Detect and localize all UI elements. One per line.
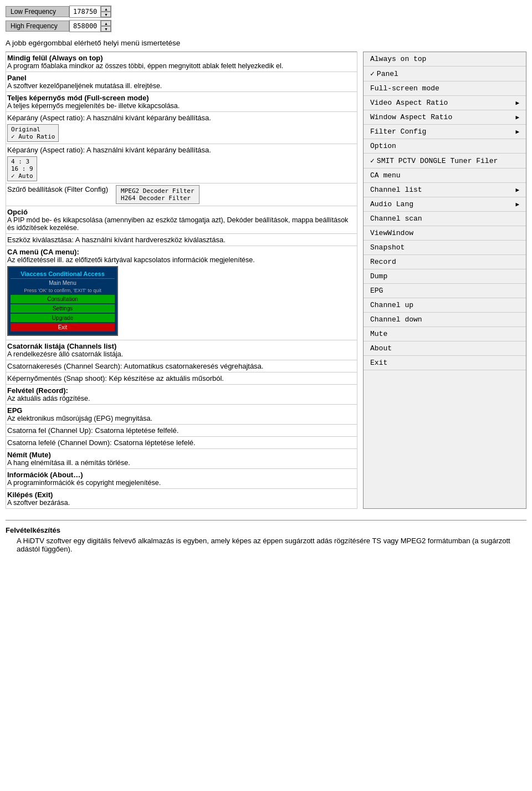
menu-item-always-on-top[interactable]: Always on top: [364, 52, 526, 67]
filter-label: Szűrő beállítások (Filter Config): [7, 185, 108, 193]
arrow-icon-audio-lang: ▶: [515, 201, 519, 208]
menu-item-filter-config[interactable]: Filter Config ▶: [364, 125, 526, 139]
menu-item-dump[interactable]: Dump: [364, 269, 526, 284]
high-freq-down-btn[interactable]: ▼: [101, 26, 111, 32]
panel-cell: Panel A szoftver kezelőpaneljének mutatá…: [6, 72, 357, 92]
menu-label-record: Record: [370, 258, 396, 266]
menu-item-audio-lang[interactable]: Audio Lang ▶: [364, 197, 526, 212]
ca-popup-subtitle: Main Menu: [11, 279, 115, 287]
table-row: Információk (About…) A programinformáció…: [6, 469, 357, 489]
menu-item-channel-down[interactable]: Channel down: [364, 313, 526, 327]
table-row: Felvétel (Record): Az aktuális adás rögz…: [6, 385, 357, 405]
always-on-top-body: A program főablaka mindkor az összes töb…: [7, 62, 356, 70]
ca-popup-hint: Press 'OK' to confirm, 'EXIT' to quit: [11, 287, 115, 294]
filter-options-box: MPEG2 Decoder Filter H264 Decoder Filter: [116, 185, 199, 204]
channel-down-title: Csatorna lefelé (Channel Down): Csatorna…: [7, 438, 356, 447]
table-row: EPG Az elektronikus műsorújság (EPG) meg…: [6, 405, 357, 425]
high-freq-value: 858000: [70, 22, 100, 30]
option-body: A PIP mód be- és kikapcsolása (amennyibe…: [7, 216, 356, 232]
menu-label-about: About: [370, 344, 392, 353]
aspect1-cell: Képarány (Aspect ratio): A használni kív…: [6, 112, 357, 144]
channels-body: A rendelkezésre álló csatornák listája.: [7, 350, 356, 358]
about-body: A programinformációk és copyright megjel…: [7, 479, 356, 487]
page-container: Low Frequency 178750 ▲ ▼ High Frequency …: [0, 0, 532, 559]
menu-item-fullscreen[interactable]: Full-screen mode: [364, 81, 526, 96]
snapshot-title: Képernyőmentés (Snap shoot): Kép készíté…: [7, 374, 356, 382]
always-on-top-cell: Mindig felül (Always on top) A program f…: [6, 52, 357, 72]
menu-item-channel-up[interactable]: Channel up: [364, 298, 526, 313]
record-body: Az aktuális adás rögzítése.: [7, 395, 356, 402]
mute-title: Némít (Mute): [7, 451, 356, 459]
menu-label-smit: ✓SMIT PCTV DONGLE Tuner Filer: [370, 156, 498, 165]
aspect1-opt1: Original: [11, 126, 55, 133]
high-freq-label: High Frequency: [6, 21, 69, 32]
menu-label-dump: Dump: [370, 272, 387, 280]
device-cell: Eszköz kiválasztása: A használni kívánt …: [6, 234, 357, 246]
low-freq-value: 178750: [70, 7, 100, 16]
snapshot-cell: Képernyőmentés (Snap shoot): Kép készíté…: [6, 372, 357, 385]
channels-title: Csatornák listája (Channels list): [7, 342, 356, 350]
aspect1-dropdown: Original ✓ Auto Ratio: [7, 124, 59, 142]
ca-btn-settings[interactable]: Settings: [11, 304, 115, 313]
table-row: Panel A szoftver kezelőpaneljének mutatá…: [6, 72, 357, 92]
high-freq-up-btn[interactable]: ▲: [101, 21, 111, 26]
menu-item-exit[interactable]: Exit: [364, 356, 526, 370]
table-row: Némít (Mute) A hang elnémítása ill. a né…: [6, 449, 357, 469]
menu-item-smit[interactable]: ✓SMIT PCTV DONGLE Tuner Filer: [364, 154, 526, 169]
high-freq-row: High Frequency 858000 ▲ ▼: [6, 20, 526, 32]
low-freq-up-btn[interactable]: ▲: [101, 6, 111, 12]
table-row: Eszköz kiválasztása: A használni kívánt …: [6, 234, 357, 246]
menu-item-epg[interactable]: EPG: [364, 284, 526, 298]
aspect1-title: Képarány (Aspect ratio): A használni kív…: [7, 114, 356, 122]
ca-cell: CA menü (CA menu): Az előfizetéssel ill.…: [6, 246, 357, 340]
menu-item-channel-scan[interactable]: Channel scan: [364, 212, 526, 226]
menu-item-option[interactable]: Option: [364, 139, 526, 154]
main-layout: Mindig felül (Always on top) A program f…: [6, 52, 526, 509]
epg-body: Az elektronikus műsorújság (EPG) megnyit…: [7, 415, 356, 422]
channel-search-cell: Csatornakeresés (Channel Search): Automa…: [6, 360, 357, 372]
about-title: Információk (About…): [7, 471, 356, 479]
footer-section: Felvételkészítés A HiDTV szoftver egy di…: [6, 520, 526, 553]
device-title: Eszköz kiválasztása: A használni kívánt …: [7, 236, 356, 244]
menu-item-record[interactable]: Record: [364, 255, 526, 269]
right-menu: Always on top ✓Panel Full-screen mode Vi…: [363, 52, 526, 509]
about-cell: Információk (About…) A programinformáció…: [6, 469, 357, 489]
menu-label-ca-menu: CA menu: [370, 171, 401, 180]
menu-label-audio-lang: Audio Lang: [370, 200, 413, 208]
aspect1-options: Original ✓ Auto Ratio: [7, 124, 356, 142]
low-freq-row: Low Frequency 178750 ▲ ▼: [6, 6, 526, 18]
menu-item-window-aspect[interactable]: Window Aspect Ratio ▶: [364, 110, 526, 125]
arrow-icon-window-aspect: ▶: [515, 114, 519, 121]
low-freq-down-btn[interactable]: ▼: [101, 12, 111, 17]
menu-item-snapshot[interactable]: Snapshot: [364, 241, 526, 255]
left-content: Mindig felül (Always on top) A program f…: [6, 52, 363, 509]
ca-btn-upgrade[interactable]: Upgrade: [11, 314, 115, 322]
section-title: A jobb egérgombbal elérhető helyi menü i…: [6, 39, 526, 47]
fullscreen-title: Teljes képernyős mód (Full-screen mode): [7, 94, 356, 102]
menu-item-channel-list[interactable]: Channel list ▶: [364, 183, 526, 197]
footer-title: Felvételkészítés: [6, 526, 526, 534]
channel-up-title: Csatorna fel (Channel Up): Csatorna lépt…: [7, 426, 356, 435]
always-on-top-title: Mindig felül (Always on top): [7, 54, 356, 62]
exit-cell: Kilépés (Exit) A szoftver bezárása.: [6, 489, 357, 509]
menu-item-viewwindow[interactable]: ViewWindow: [364, 226, 526, 241]
menu-item-mute[interactable]: Mute: [364, 327, 526, 341]
menu-item-about[interactable]: About: [364, 341, 526, 356]
menu-label-epg: EPG: [370, 287, 383, 295]
arrow-icon-channel-list: ▶: [515, 186, 519, 193]
ca-btn-exit[interactable]: Exit: [11, 323, 115, 331]
exit-title: Kilépés (Exit): [7, 491, 356, 499]
menu-item-ca-menu[interactable]: CA menu: [364, 169, 526, 183]
panel-body: A szoftver kezelőpaneljének mutatása ill…: [7, 82, 356, 90]
menu-label-snapshot: Snapshot: [370, 243, 405, 252]
ca-btn-consultation[interactable]: Consultation: [11, 295, 115, 303]
menu-item-video-aspect[interactable]: Video Aspect Ratio ▶: [364, 96, 526, 110]
aspect2-dropdown: 4 : 3 16 : 9 ✓ Auto: [7, 156, 37, 181]
ca-title: CA menü (CA menu):: [7, 248, 356, 256]
channels-cell: Csatornák listája (Channels list) A rend…: [6, 340, 357, 360]
menu-label-fullscreen: Full-screen mode: [370, 84, 439, 93]
table-row: Képarány (Aspect ratio): A használni kív…: [6, 112, 357, 144]
filter-opt1: MPEG2 Decoder Filter: [121, 187, 194, 195]
menu-item-panel[interactable]: ✓Panel: [364, 67, 526, 81]
table-row: CA menü (CA menu): Az előfizetéssel ill.…: [6, 246, 357, 340]
